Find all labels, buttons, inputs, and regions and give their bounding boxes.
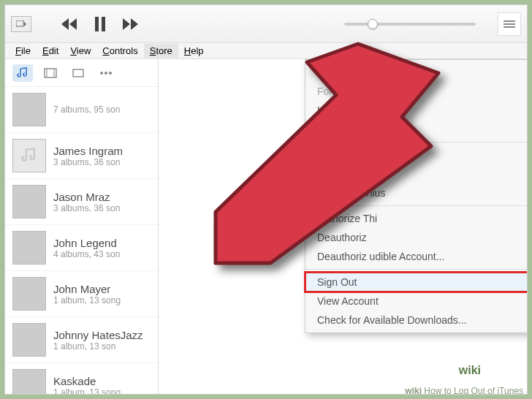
movies-view-button[interactable] xyxy=(40,64,61,82)
svg-point-12 xyxy=(109,72,112,75)
dd-reload[interactable]: Reload PageCtrl+R xyxy=(305,120,527,139)
album-thumb xyxy=(12,185,46,218)
artist-meta: 1 album, 13 son xyxy=(53,341,143,352)
dd-forward[interactable]: ForwardCtrl+] xyxy=(305,82,527,101)
music-view-button[interactable] xyxy=(12,64,33,82)
artist-row[interactable]: James Ingram3 albums, 36 son xyxy=(5,133,158,179)
menu-help[interactable]: Help xyxy=(178,44,210,58)
slider-thumb[interactable] xyxy=(368,19,378,29)
album-thumb xyxy=(12,139,46,172)
titlebar xyxy=(5,5,527,43)
artist-name: Jason Mraz xyxy=(53,191,120,203)
list-button[interactable] xyxy=(498,12,521,36)
menu-edit[interactable]: Edit xyxy=(37,44,64,58)
artist-row[interactable]: 7 albums, 95 son xyxy=(5,87,158,133)
artist-row[interactable]: John Legend4 albums, 43 son xyxy=(5,225,158,271)
artist-name: John Legend xyxy=(53,237,120,249)
dd-home[interactable]: Hometrl+Shift+H xyxy=(305,101,527,120)
dd-deauthorize[interactable]: Deauthoriz xyxy=(305,228,527,247)
artist-meta: 1 album, 13 song xyxy=(53,387,121,395)
tv-view-button[interactable] xyxy=(68,64,88,82)
artist-name: Johnny HatesJazz xyxy=(53,329,143,341)
store-dropdown: BackCtrl+[ ForwardCtrl+] Hometrl+Shift+H… xyxy=(305,59,527,333)
sidebar: 7 albums, 95 sonJames Ingram3 albums, 36… xyxy=(5,59,159,394)
artist-meta: 1 album, 13 song xyxy=(53,295,121,305)
pause-button[interactable] xyxy=(91,15,109,33)
dd-sign-out[interactable]: Sign Out xyxy=(305,273,527,292)
artist-list[interactable]: 7 albums, 95 sonJames Ingram3 albums, 36… xyxy=(5,87,158,394)
volume-slider[interactable] xyxy=(344,23,476,26)
menu-controls[interactable]: Controls xyxy=(96,44,143,58)
artist-meta: 7 albums, 95 son xyxy=(53,104,120,115)
dd-check-downloads[interactable]: Check for Available Downloads... xyxy=(305,311,527,330)
dd-update-genius[interactable]: Update Genius xyxy=(305,183,527,202)
svg-rect-0 xyxy=(16,20,23,26)
menu-view[interactable]: View xyxy=(64,44,96,58)
more-view-button[interactable] xyxy=(96,64,116,82)
artist-row[interactable]: Jason Mraz3 albums, 36 son xyxy=(5,179,158,225)
svg-rect-2 xyxy=(102,17,105,31)
dd-turn-on-match[interactable]: Turn On iTunes Ma xyxy=(305,145,527,164)
next-button[interactable] xyxy=(122,15,140,33)
artist-row[interactable]: Kaskade1 album, 13 song xyxy=(5,363,158,394)
artist-row[interactable]: John Mayer1 album, 13 song xyxy=(5,271,158,317)
svg-point-11 xyxy=(104,72,107,75)
album-thumb xyxy=(12,93,46,126)
album-thumb xyxy=(12,277,46,311)
dd-deauth-audible[interactable]: Deauthoriz udible Account... xyxy=(305,247,527,266)
dd-turn-off-genius[interactable]: Turn Off Genius xyxy=(305,164,527,183)
previous-button[interactable] xyxy=(61,15,78,33)
artist-meta: 3 albums, 36 son xyxy=(53,203,120,213)
menu-file[interactable]: File xyxy=(10,44,37,58)
menubar: File Edit View Controls Store Help xyxy=(5,43,527,59)
dd-view-account[interactable]: View Account xyxy=(305,292,527,311)
dd-back[interactable]: BackCtrl+[ xyxy=(305,63,527,82)
main-pane: 49 min fehous ›Come›You &›Blind›All In B… xyxy=(159,59,527,394)
wikihow-logo: wiki xyxy=(459,364,481,377)
artist-name: John Mayer xyxy=(53,283,121,295)
menu-store[interactable]: Store xyxy=(144,44,178,58)
viewbar xyxy=(5,59,158,87)
svg-rect-9 xyxy=(73,69,83,77)
svg-point-10 xyxy=(100,72,103,75)
artist-meta: 4 albums, 43 son xyxy=(53,249,120,259)
window-menu-button[interactable] xyxy=(11,16,31,32)
svg-rect-6 xyxy=(45,69,56,77)
album-thumb xyxy=(12,369,46,394)
artist-meta: 3 albums, 36 son xyxy=(53,157,123,167)
artist-name: James Ingram xyxy=(53,145,123,157)
artist-row[interactable]: Johnny HatesJazz1 album, 13 son xyxy=(5,317,158,363)
dd-authorize[interactable]: Authorize Thi xyxy=(305,209,527,228)
album-thumb xyxy=(12,323,46,357)
album-thumb xyxy=(12,231,46,265)
svg-rect-1 xyxy=(95,17,99,31)
watermark-text: wiki How to Log Out of iTunes xyxy=(405,386,523,396)
artist-name: Kaskade xyxy=(53,375,121,387)
